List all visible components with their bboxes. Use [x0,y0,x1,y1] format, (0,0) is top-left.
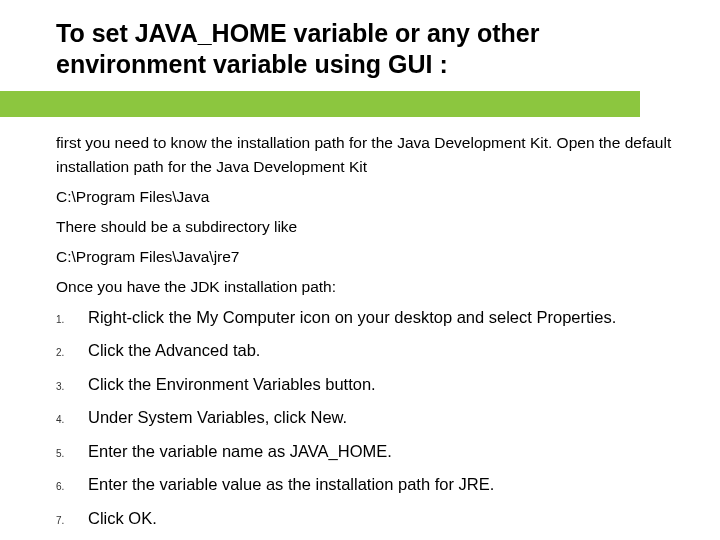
step-number: 4. [56,412,88,428]
step-item: 7.Click OK. [56,506,672,532]
install-path-2: C:\Program Files\Java\jre7 [56,245,672,269]
slide-body: first you need to know the installation … [56,131,672,541]
step-text: Right-click the My Computer icon on your… [88,305,672,331]
slide: To set JAVA_HOME variable or any other e… [0,0,720,540]
step-number: 6. [56,479,88,495]
step-item: 2.Click the Advanced tab. [56,338,672,364]
step-number: 2. [56,345,88,361]
step-text: Under System Variables, click New. [88,405,672,431]
step-text: Click OK. [88,506,672,532]
step-number: 7. [56,513,88,529]
step-number: 1. [56,312,88,328]
step-item: 3.Click the Environment Variables button… [56,372,672,398]
step-item: 6.Enter the variable value as the instal… [56,472,672,498]
steps-list: 1.Right-click the My Computer icon on yo… [56,305,672,540]
step-text: Enter the variable value as the installa… [88,472,672,498]
install-path-1: C:\Program Files\Java [56,185,672,209]
step-item: 4.Under System Variables, click New. [56,405,672,431]
step-text: Enter the variable name as JAVA_HOME. [88,439,672,465]
step-number: 5. [56,446,88,462]
intro-paragraph-1: first you need to know the installation … [56,131,672,179]
step-number: 3. [56,379,88,395]
accent-bar [0,91,640,117]
step-item: 5.Enter the variable name as JAVA_HOME. [56,439,672,465]
step-item: 1.Right-click the My Computer icon on yo… [56,305,672,331]
slide-title: To set JAVA_HOME variable or any other e… [56,18,672,81]
intro-paragraph-2: There should be a subdirectory like [56,215,672,239]
step-text: Click the Advanced tab. [88,338,672,364]
step-text: Click the Environment Variables button. [88,372,672,398]
intro-paragraph-3: Once you have the JDK installation path: [56,275,672,299]
